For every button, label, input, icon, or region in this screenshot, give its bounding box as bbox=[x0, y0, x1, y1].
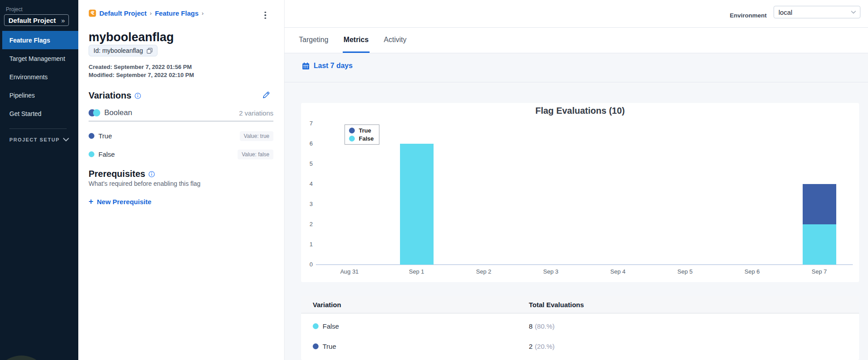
variation-label: False bbox=[323, 322, 339, 330]
y-tick-label: 1 bbox=[301, 241, 313, 248]
variation-row-false: FalseValue: false bbox=[89, 145, 273, 163]
chevron-down-icon bbox=[851, 11, 856, 14]
environment-select[interactable]: local bbox=[774, 6, 860, 18]
variation-value-chip: Value: true bbox=[240, 131, 273, 141]
x-axis-label: Sep 4 bbox=[584, 268, 651, 275]
project-label: Project bbox=[6, 6, 22, 13]
date-range-label: Last 7 days bbox=[314, 62, 353, 70]
breadcrumb-link-feature-flags[interactable]: Feature Flags bbox=[155, 9, 199, 17]
content-divider bbox=[285, 82, 868, 82]
info-icon[interactable] bbox=[135, 93, 141, 99]
variation-color-dot bbox=[89, 133, 94, 139]
variation-color-dot bbox=[89, 151, 94, 157]
sidebar: Project Default Project » Feature FlagsT… bbox=[0, 0, 78, 360]
total-percent: (80.%) bbox=[535, 322, 554, 330]
total-count: 2 bbox=[529, 343, 532, 350]
app-root: Project Default Project » Feature FlagsT… bbox=[0, 0, 868, 360]
column-header-variation: Variation bbox=[301, 301, 529, 309]
sidebar-item-feature-flags[interactable]: Feature Flags bbox=[2, 31, 78, 49]
legend-label: False bbox=[359, 135, 374, 142]
variation-color-dot bbox=[313, 323, 319, 329]
project-selector[interactable]: Default Project » bbox=[4, 14, 69, 26]
breadcrumb-separator: › bbox=[202, 10, 204, 17]
table-cell-total: 2(20.%) bbox=[529, 343, 555, 351]
legend-item-false: False bbox=[349, 135, 374, 142]
variation-color-dot bbox=[313, 343, 319, 349]
y-tick-label: 4 bbox=[301, 180, 313, 187]
right-panel: Environment local TargetingMetricsActivi… bbox=[284, 0, 868, 360]
y-tick-label: 7 bbox=[301, 120, 313, 127]
project-selector-value: Default Project bbox=[9, 17, 56, 24]
sidebar-item-target-management[interactable]: Target Management bbox=[2, 49, 78, 68]
help-bubble[interactable] bbox=[0, 356, 49, 360]
x-axis-label: Sep 5 bbox=[651, 268, 719, 275]
sidebar-divider bbox=[9, 129, 67, 129]
copy-icon[interactable] bbox=[147, 48, 153, 54]
boolean-type-icon bbox=[89, 109, 100, 116]
flag-title: mybooleanflag bbox=[89, 30, 174, 44]
more-options-button[interactable] bbox=[260, 10, 270, 21]
legend-dot bbox=[349, 128, 355, 133]
sidebar-nav: Feature FlagsTarget ManagementEnvironmen… bbox=[0, 31, 78, 123]
y-tick-label: 2 bbox=[301, 221, 313, 227]
flag-id-chip[interactable]: Id: mybooleanflag bbox=[89, 45, 157, 56]
sidebar-item-environments[interactable]: Environments bbox=[2, 68, 78, 86]
table-row-false: False8(80.%) bbox=[301, 316, 859, 336]
info-icon[interactable] bbox=[149, 171, 155, 177]
variation-label: True bbox=[323, 343, 336, 350]
created-date: Created: September 7, 2022 01:56 PM bbox=[89, 64, 192, 70]
y-tick-label: 5 bbox=[301, 160, 313, 167]
variation-row-true: TrueValue: true bbox=[89, 127, 273, 145]
variation-label: False bbox=[98, 150, 115, 158]
variation-list: TrueValue: trueFalseValue: false bbox=[89, 127, 273, 163]
variation-label: True bbox=[98, 132, 112, 140]
y-tick-label: 0 bbox=[301, 261, 313, 268]
x-axis-label: Sep 6 bbox=[719, 268, 786, 275]
variation-name: False bbox=[89, 150, 115, 158]
environment-label: Environment bbox=[730, 12, 767, 19]
column-header-total-evaluations: Total Evaluations bbox=[529, 301, 584, 309]
variation-name: True bbox=[89, 132, 112, 140]
sidebar-item-project-setup[interactable]: PROJECT SETUP bbox=[9, 137, 69, 142]
table-body: False8(80.%)True2(20.%) bbox=[301, 316, 859, 356]
flag-id-text: Id: mybooleanflag bbox=[94, 47, 143, 54]
edit-variations-button[interactable] bbox=[260, 90, 271, 100]
double-chevron-icon: » bbox=[61, 17, 65, 24]
sidebar-item-get-started[interactable]: Get Started bbox=[2, 104, 78, 123]
variations-rule bbox=[89, 121, 273, 121]
tabbar: TargetingMetricsActivity bbox=[285, 28, 868, 53]
tab-targeting[interactable]: Targeting bbox=[298, 28, 329, 53]
chevron-down-icon bbox=[63, 138, 69, 141]
x-axis-label: Sep 3 bbox=[517, 268, 584, 275]
chart-title: Flag Evaluations (10) bbox=[301, 106, 859, 116]
evaluations-table: Variation Total Evaluations False8(80.%)… bbox=[301, 296, 859, 360]
table-cell-variation: True bbox=[301, 343, 529, 350]
variation-type-label: Boolean bbox=[104, 108, 132, 117]
flag-detail-panel: Default Project›Feature Flags› myboolean… bbox=[78, 0, 284, 360]
y-tick-label: 3 bbox=[301, 201, 313, 207]
metrics-content: Last 7 days Flag Evaluations (10) TrueFa… bbox=[285, 53, 868, 360]
bar-sep-7-true bbox=[803, 184, 836, 224]
table-cell-total: 8(80.%) bbox=[529, 322, 555, 330]
breadcrumb-link-default-project[interactable]: Default Project bbox=[99, 9, 147, 17]
total-percent: (20.%) bbox=[535, 343, 554, 350]
new-prerequisite-button[interactable]: + New Prerequisite bbox=[89, 197, 151, 206]
legend-dot bbox=[349, 136, 355, 141]
prerequisites-heading: Prerequisites bbox=[89, 169, 155, 179]
prerequisites-description: What's required before enabling this fla… bbox=[89, 180, 200, 187]
sidebar-item-pipelines[interactable]: Pipelines bbox=[2, 86, 78, 104]
date-range-button[interactable]: Last 7 days bbox=[302, 62, 353, 70]
plus-icon: + bbox=[89, 197, 94, 206]
table-row-true: True2(20.%) bbox=[301, 336, 859, 356]
bar-sep-7-false bbox=[803, 224, 836, 265]
bar-sep-1-false bbox=[400, 144, 434, 265]
modified-date: Modified: September 7, 2022 02:10 PM bbox=[89, 72, 194, 78]
variation-count: 2 variations bbox=[239, 109, 273, 117]
tab-activity[interactable]: Activity bbox=[383, 28, 408, 53]
chart-legend: TrueFalse bbox=[345, 124, 379, 145]
tab-metrics[interactable]: Metrics bbox=[343, 28, 370, 53]
breadcrumb-separator: › bbox=[150, 10, 152, 17]
table-header-row: Variation Total Evaluations bbox=[301, 296, 859, 313]
project-setup-label: PROJECT SETUP bbox=[9, 137, 60, 142]
app-logo-icon bbox=[89, 9, 96, 17]
